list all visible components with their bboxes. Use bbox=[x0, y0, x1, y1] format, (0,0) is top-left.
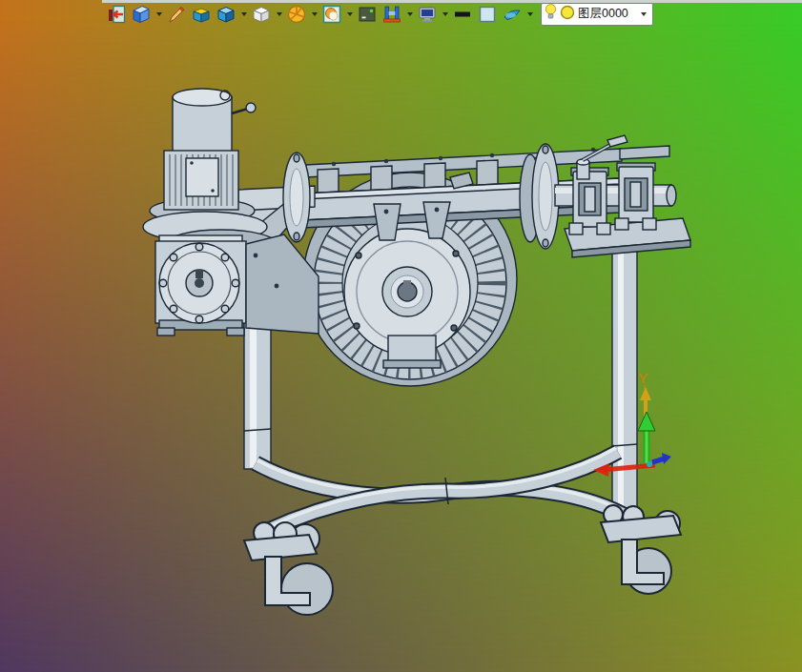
right-frame-leg bbox=[612, 236, 637, 520]
shaded-cube-dropdown-arrow[interactable] bbox=[239, 3, 248, 26]
shaded-cube-icon[interactable] bbox=[215, 3, 237, 26]
bearing-block-2 bbox=[615, 163, 656, 230]
wireframe-cube-dropdown-arrow[interactable] bbox=[275, 3, 283, 26]
layer-name: 图层0000 bbox=[578, 6, 628, 22]
pie-wheel-icon[interactable] bbox=[285, 3, 308, 26]
color-swatch-icon[interactable] bbox=[476, 3, 499, 26]
wireframe-cube-icon[interactable] bbox=[250, 3, 273, 26]
right-caster bbox=[601, 505, 681, 594]
worm-gearbox bbox=[155, 235, 246, 336]
pie-wheel-dropdown-arrow[interactable] bbox=[310, 3, 319, 26]
floor-grid-icon[interactable] bbox=[380, 3, 403, 26]
surface-icon[interactable] bbox=[501, 3, 524, 26]
left-caster bbox=[244, 522, 333, 615]
3d-viewport-canvas[interactable]: Y bbox=[0, 0, 802, 672]
axis-y-label: Y bbox=[638, 370, 648, 386]
left-drive-assembly bbox=[143, 89, 319, 336]
line-width-icon[interactable] bbox=[451, 3, 474, 26]
gold-arrowhead bbox=[640, 387, 651, 400]
notebook-dropdown-arrow[interactable] bbox=[154, 3, 163, 26]
z-axis-arrow bbox=[652, 458, 665, 462]
base-brace-tubes bbox=[256, 448, 624, 530]
image-zoom-icon[interactable] bbox=[320, 3, 343, 26]
material-box-icon[interactable] bbox=[190, 3, 213, 26]
layer-color-icon bbox=[560, 5, 575, 24]
exit-render-icon[interactable] bbox=[105, 3, 128, 26]
motor-foot bbox=[388, 336, 436, 362]
render-toolbar: 图层0000 bbox=[105, 1, 653, 27]
layer-combobox[interactable]: 图层0000 bbox=[541, 3, 653, 26]
bulb-icon bbox=[545, 3, 557, 25]
pen-icon[interactable] bbox=[165, 3, 188, 26]
left-wheel bbox=[281, 563, 333, 615]
monitor-icon[interactable] bbox=[416, 3, 439, 26]
surface-dropdown-arrow[interactable] bbox=[525, 3, 534, 26]
layer-combo-dropdown-arrow[interactable] bbox=[638, 12, 649, 16]
floor-grid-dropdown-arrow[interactable] bbox=[405, 3, 414, 26]
monitor-dropdown-arrow[interactable] bbox=[441, 3, 449, 26]
image-zoom-dropdown-arrow[interactable] bbox=[345, 3, 354, 26]
cad-application-window: { "background": { "top_left": "#c3721c",… bbox=[0, 0, 802, 672]
notebook-icon[interactable] bbox=[130, 3, 153, 26]
render-scene-icon[interactable] bbox=[356, 3, 379, 26]
